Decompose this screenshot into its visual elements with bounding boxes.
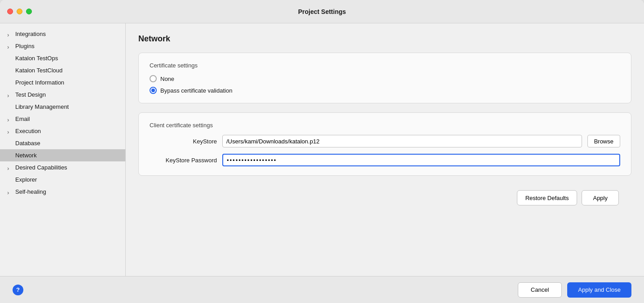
keystore-row: KeyStore Browse — [150, 135, 620, 147]
sidebar-item-label: Library Management — [15, 103, 69, 110]
sidebar-item-project-information[interactable]: Project Information — [0, 76, 125, 89]
sidebar-item-label: Test Design — [15, 91, 46, 98]
sidebar-item-integrations[interactable]: ›Integrations — [0, 28, 125, 40]
sidebar-item-desired-capabilities[interactable]: ›Desired Capabilities — [0, 161, 125, 174]
sidebar-item-label: Plugins — [15, 43, 35, 49]
chevron-icon: › — [7, 129, 13, 134]
sidebar-item-label: Project Information — [15, 79, 64, 86]
action-bar: Restore Defaults Apply — [138, 185, 631, 211]
sidebar-item-label: Katalon TestOps — [15, 55, 58, 62]
keystore-label: KeyStore — [150, 138, 217, 145]
radio-none[interactable]: None — [150, 75, 620, 82]
chevron-icon: › — [7, 116, 13, 122]
client-certificate-card: Client certificate settings KeyStore Bro… — [138, 112, 631, 176]
radio-bypass-circle — [150, 87, 157, 94]
chevron-icon: › — [7, 165, 13, 170]
sidebar-item-katalon-testops[interactable]: Katalon TestOps — [0, 52, 125, 64]
sidebar-item-self-healing[interactable]: ›Self-healing — [0, 186, 125, 198]
section-title: Network — [138, 34, 631, 44]
close-button[interactable] — [7, 9, 13, 14]
radio-bypass-label: Bypass certificate validation — [160, 87, 232, 94]
chevron-icon: › — [7, 189, 13, 195]
apply-button[interactable]: Apply — [582, 190, 619, 205]
certificate-settings-label: Certificate settings — [150, 62, 620, 69]
sidebar-item-plugins[interactable]: ›Plugins — [0, 40, 125, 52]
restore-defaults-button[interactable]: Restore Defaults — [517, 190, 578, 205]
main-panel: Network Certificate settings None Bypass… — [126, 23, 644, 276]
minimize-button[interactable] — [17, 9, 22, 14]
sidebar-item-test-design[interactable]: ›Test Design — [0, 89, 125, 101]
sidebar-item-execution[interactable]: ›Execution — [0, 125, 125, 137]
client-certificate-label: Client certificate settings — [150, 122, 620, 129]
keystore-password-row: KeyStore Password — [150, 154, 620, 166]
window-title: Project Settings — [298, 8, 346, 15]
certificate-settings-card: Certificate settings None Bypass certifi… — [138, 53, 631, 103]
radio-none-label: None — [160, 76, 174, 82]
title-bar: Project Settings — [0, 0, 644, 23]
sidebar-item-library-management[interactable]: Library Management — [0, 101, 125, 113]
sidebar-item-explorer[interactable]: Explorer — [0, 174, 125, 186]
project-settings-window: Project Settings ›Integrations›PluginsKa… — [0, 0, 644, 303]
sidebar-item-label: Katalon TestCloud — [15, 67, 62, 74]
apply-and-close-button[interactable]: Apply and Close — [567, 282, 631, 298]
bottom-bar: ? Cancel Apply and Close — [0, 276, 644, 303]
sidebar-item-email[interactable]: ›Email — [0, 113, 125, 125]
certificate-radio-group: None Bypass certificate validation — [150, 75, 620, 94]
sidebar-item-label: Network — [15, 152, 37, 159]
sidebar-item-database[interactable]: Database — [0, 137, 125, 149]
sidebar-item-network[interactable]: Network — [0, 149, 125, 161]
main-content: Network Certificate settings None Bypass… — [126, 23, 644, 276]
help-icon[interactable]: ? — [13, 285, 23, 295]
sidebar-item-label: Email — [15, 116, 30, 122]
cancel-button[interactable]: Cancel — [518, 282, 562, 298]
sidebar-item-label: Explorer — [15, 176, 37, 183]
keystore-password-input[interactable] — [222, 154, 620, 166]
sidebar: ›Integrations›PluginsKatalon TestOpsKata… — [0, 23, 126, 276]
radio-none-circle — [150, 75, 157, 82]
chevron-icon: › — [7, 44, 13, 49]
sidebar-item-label: Self-healing — [15, 188, 46, 195]
browse-button[interactable]: Browse — [587, 135, 620, 147]
sidebar-item-katalon-testcloud[interactable]: Katalon TestCloud — [0, 64, 125, 76]
chevron-icon: › — [7, 92, 13, 98]
sidebar-item-label: Desired Capabilities — [15, 164, 67, 171]
content-area: ›Integrations›PluginsKatalon TestOpsKata… — [0, 23, 644, 276]
keystore-input[interactable] — [222, 135, 582, 147]
sidebar-item-label: Execution — [15, 128, 41, 134]
sidebar-item-label: Database — [15, 140, 40, 147]
maximize-button[interactable] — [26, 9, 32, 14]
sidebar-item-label: Integrations — [15, 31, 46, 37]
radio-bypass[interactable]: Bypass certificate validation — [150, 87, 620, 94]
keystore-password-label: KeyStore Password — [150, 157, 217, 164]
traffic-lights — [7, 9, 32, 14]
chevron-icon: › — [7, 31, 13, 37]
